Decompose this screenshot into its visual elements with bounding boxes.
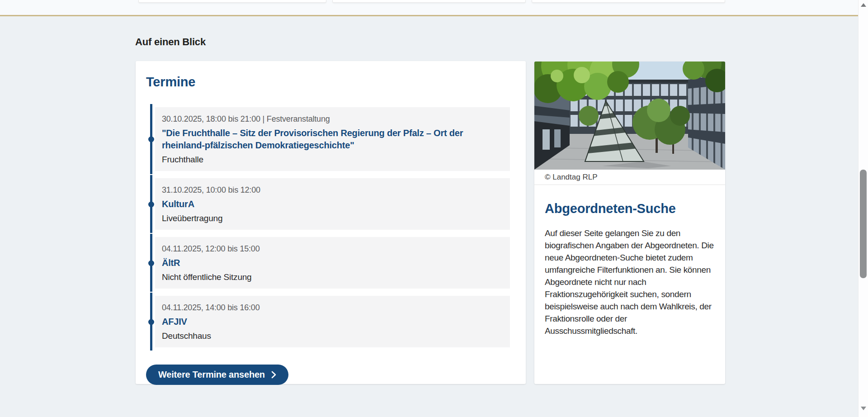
photo-caption: © Landtag RLP (534, 170, 725, 185)
event-list: 30.10.2025, 18:00 bis 21:00 | Festverans… (150, 107, 510, 347)
event-panel[interactable]: 31.10.2025, 10:00 bis 12:00 KulturA Live… (155, 178, 510, 230)
abgeordneten-suche-description: Auf dieser Seite gelangen Sie zu den bio… (545, 227, 715, 337)
scroll-down-arrow-icon[interactable] (861, 407, 866, 410)
event-location: Nicht öffentliche Sitzung (162, 272, 501, 282)
weitere-termine-label: Weitere Termine ansehen (158, 370, 265, 380)
event-date: 30.10.2025, 18:00 bis 21:00 | Festverans… (162, 114, 501, 124)
gold-divider (0, 15, 868, 16)
scrollbar-thumb[interactable] (860, 170, 867, 278)
event-date: 04.11.2025, 12:00 bis 15:00 (162, 244, 501, 254)
event-location: Liveübertragung (162, 213, 501, 223)
event-date: 31.10.2025, 10:00 bis 12:00 (162, 185, 501, 195)
timeline-dot-icon (148, 319, 154, 325)
scroll-up-arrow-icon[interactable] (861, 3, 866, 7)
termine-card: Termine 30.10.2025, 18:00 bis 21:00 | Fe… (136, 61, 526, 384)
event-title-link[interactable]: KulturA (162, 198, 501, 210)
card-stub (532, 0, 725, 3)
section-title: Auf einen Blick (135, 36, 206, 48)
event-title-link[interactable]: AFJIV (162, 316, 501, 328)
event-location: Fruchthalle (162, 155, 501, 165)
abgeordneten-suche-card: © Landtag RLP Abgeordneten-Suche Auf die… (534, 62, 725, 384)
abgeordneten-suche-title-link[interactable]: Abgeordneten-Suche (545, 201, 715, 216)
top-strip (0, 0, 868, 15)
event-title-link[interactable]: "Die Fruchthalle – Sitz der Provisorisch… (162, 127, 501, 152)
weitere-termine-button[interactable]: Weitere Termine ansehen (146, 365, 288, 385)
card-stub (332, 0, 526, 3)
termine-card-title: Termine (146, 74, 510, 90)
event-title-link[interactable]: ÄltR (162, 257, 501, 269)
event-item: 30.10.2025, 18:00 bis 21:00 | Festverans… (150, 107, 510, 171)
scrollbar[interactable] (858, 0, 868, 417)
chevron-right-icon (271, 371, 276, 379)
event-panel[interactable]: 30.10.2025, 18:00 bis 21:00 | Festverans… (155, 107, 510, 171)
page: Auf einen Blick Termine 30.10.2025, 18:0… (0, 0, 868, 417)
event-item: 04.11.2025, 12:00 bis 15:00 ÄltR Nicht ö… (150, 237, 510, 289)
timeline-dot-icon (148, 137, 154, 142)
timeline-dot-icon (148, 201, 154, 207)
event-location: Deutschhaus (162, 331, 501, 341)
timeline-dot-icon (148, 260, 154, 266)
event-item: 04.11.2025, 14:00 bis 16:00 AFJIV Deutsc… (150, 296, 510, 347)
card-stub (138, 0, 326, 3)
event-panel[interactable]: 04.11.2025, 12:00 bis 15:00 ÄltR Nicht ö… (155, 237, 510, 289)
landtag-building-photo[interactable] (534, 62, 725, 170)
event-date: 04.11.2025, 14:00 bis 16:00 (162, 303, 501, 313)
event-item: 31.10.2025, 10:00 bis 12:00 KulturA Live… (150, 178, 510, 230)
event-panel[interactable]: 04.11.2025, 14:00 bis 16:00 AFJIV Deutsc… (155, 296, 510, 347)
